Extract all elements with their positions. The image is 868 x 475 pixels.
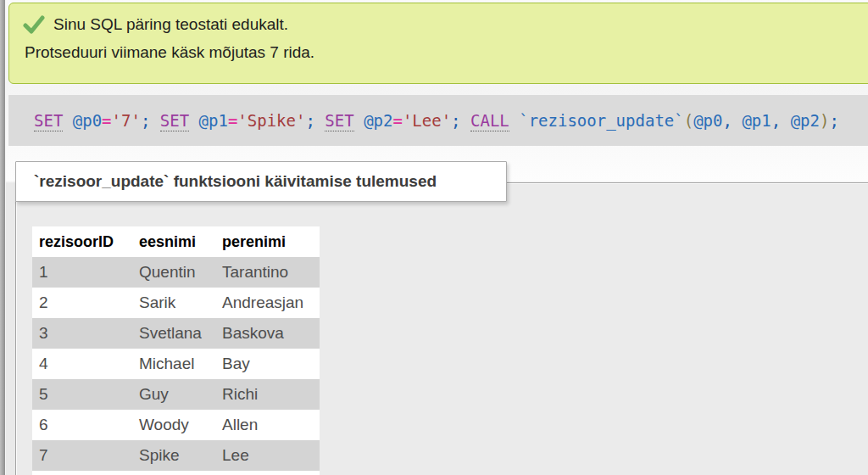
success-message-text: Sinu SQL päring teostati edukalt. [53, 15, 288, 34]
success-message-box: Sinu SQL päring teostati edukalt. Protse… [8, 3, 868, 84]
sql-token-variable: @p0 [693, 111, 722, 130]
sql-keyword-link[interactable]: SET [160, 111, 189, 131]
sql-token-punct: ; [141, 111, 150, 130]
panel-divider [0, 0, 6, 475]
table-row: 2SarikAndreasjan [32, 288, 320, 318]
sql-token-punct: , [722, 111, 732, 130]
sql-token-variable: @p1 [742, 111, 771, 130]
table-cell: Spike [132, 440, 215, 471]
success-line: Sinu SQL päring teostati edukalt. [23, 15, 868, 34]
sql-token-punct: ; [829, 111, 838, 130]
sql-token-string: 'Spike' [237, 111, 305, 130]
table-cell: Bay [215, 349, 320, 379]
sql-token-plain [781, 111, 790, 130]
table-row: 1QuentinTarantino [32, 257, 320, 288]
sql-query-text: SET @p0='7'; SET @p1='Spike'; SET @p2='L… [34, 111, 839, 130]
sql-token-plain [315, 111, 325, 130]
sql-keyword-link[interactable]: SET [34, 111, 63, 131]
table-cell: 2 [32, 288, 132, 318]
sql-token-string: '7' [112, 111, 141, 130]
table-cell: Svetlana [132, 318, 215, 349]
sql-token-punct: ; [305, 111, 314, 130]
sql-keyword-link[interactable]: CALL [470, 111, 509, 131]
table-cell: 1 [32, 257, 132, 288]
sql-token-operator: = [228, 111, 237, 130]
sql-token-identifier: `rezisoor_update` [519, 111, 683, 130]
sql-token-punct: , [771, 111, 781, 130]
sql-token-paren: ) [820, 111, 829, 130]
table-cell: Lee [215, 440, 320, 471]
sql-token-paren: ( [684, 111, 693, 130]
sql-token-plain [189, 111, 198, 130]
table-cell: Allen [215, 410, 320, 440]
table-header-row: rezisoorIDeesnimiperenimi [32, 226, 320, 257]
sql-query-box: SET @p0='7'; SET @p1='Spike'; SET @p2='L… [8, 95, 868, 146]
sql-token-plain [509, 111, 519, 130]
table-row: 3SvetlanaBaskova [32, 318, 320, 349]
result-table: rezisoorIDeesnimiperenimi 1QuentinTarant… [32, 226, 320, 471]
table-cell: 6 [32, 410, 132, 440]
sql-keyword-link[interactable]: SET [325, 111, 353, 131]
column-header: rezisoorID [32, 226, 132, 257]
column-header: perenimi [215, 226, 320, 257]
results-legend: `rezisoor_update` funktsiooni käivitamis… [15, 161, 507, 202]
sql-token-variable: @p0 [73, 111, 102, 130]
column-header: eesnimi [132, 226, 215, 257]
sql-token-variable: @p2 [364, 111, 392, 130]
sql-token-operator: = [102, 111, 111, 130]
table-footer-strip [32, 471, 320, 475]
table-row: 6WoodyAllen [32, 410, 320, 440]
sql-token-operator: = [392, 111, 402, 130]
table-cell: Woody [132, 410, 215, 440]
sql-token-plain [63, 111, 72, 130]
table-cell: 5 [32, 379, 132, 410]
rows-affected-text: Protseduuri viimane käsk mõjutas 7 rida. [25, 43, 868, 62]
table-cell: Quentin [132, 257, 215, 288]
success-check-icon [23, 15, 45, 34]
table-cell: Andreasjan [215, 288, 320, 318]
table-cell: Sarik [132, 288, 215, 318]
sql-token-plain [354, 111, 364, 130]
sql-token-variable: @p2 [791, 111, 820, 130]
sql-token-plain [461, 111, 470, 130]
table-cell: 4 [32, 349, 132, 379]
sql-token-plain [150, 111, 159, 130]
table-cell: Tarantino [215, 257, 320, 288]
table-cell: Michael [132, 349, 215, 379]
sql-token-punct: ; [451, 111, 460, 130]
sql-token-variable: @p1 [199, 111, 228, 130]
table-row: 5GuyRichi [32, 379, 320, 410]
table-row: 7SpikeLee [32, 440, 320, 471]
table-cell: 3 [32, 318, 132, 349]
sql-token-string: 'Lee' [403, 111, 451, 130]
table-cell: Richi [215, 379, 320, 410]
table-cell: Baskova [215, 318, 320, 349]
sql-token-plain [732, 111, 742, 130]
table-cell: 7 [32, 440, 132, 471]
table-row: 4MichaelBay [32, 349, 320, 379]
table-cell: Guy [132, 379, 215, 410]
